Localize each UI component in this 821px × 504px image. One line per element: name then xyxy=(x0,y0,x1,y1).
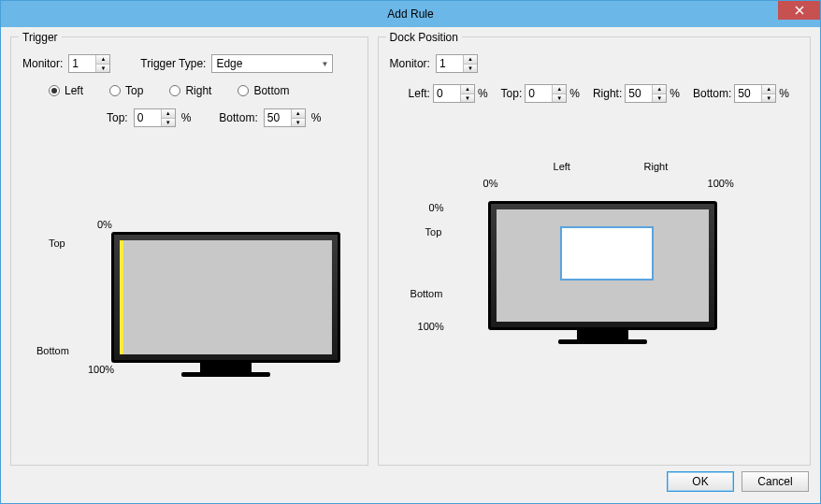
pct-label: % xyxy=(478,87,488,100)
spinner-up-icon[interactable]: ▲ xyxy=(464,55,477,65)
dock-bottom-input[interactable] xyxy=(735,85,761,102)
pct-label: % xyxy=(311,111,322,124)
dock-bottom-spinner[interactable]: ▲▼ xyxy=(734,84,776,103)
ok-button[interactable]: OK xyxy=(667,471,734,492)
radio-left[interactable]: Left xyxy=(49,84,83,97)
pct-label: % xyxy=(181,111,192,124)
window-title: Add Rule xyxy=(387,7,433,21)
trigger-monitor-label: Monitor: xyxy=(22,57,63,70)
dock-right-label: Right: xyxy=(593,87,622,100)
trigger-monitor-spinner[interactable]: ▲▼ xyxy=(68,54,110,73)
axis-0pct: 0% xyxy=(483,178,498,189)
dock-monitor-spinner[interactable]: ▲▼ xyxy=(436,54,478,73)
dock-right-input[interactable] xyxy=(626,85,652,102)
dock-right-spinner[interactable]: ▲▼ xyxy=(625,84,667,103)
trigger-monitor-input[interactable] xyxy=(69,55,95,72)
close-button[interactable] xyxy=(778,1,820,20)
spinner-down-icon[interactable]: ▼ xyxy=(553,94,566,103)
spinner-up-icon[interactable]: ▲ xyxy=(553,85,566,94)
dock-left-spinner[interactable]: ▲▼ xyxy=(433,84,475,103)
spinner-down-icon[interactable]: ▼ xyxy=(464,65,477,73)
trigger-type-select[interactable]: Edge ▼ xyxy=(211,54,333,73)
radio-icon xyxy=(238,85,249,96)
dock-monitor-input[interactable] xyxy=(437,55,463,72)
dock-group-title: Dock Position xyxy=(386,31,462,44)
edge-top-spinner[interactable]: ▲▼ xyxy=(134,108,176,127)
trigger-type-value: Edge xyxy=(216,57,242,70)
spinner-up-icon[interactable]: ▲ xyxy=(762,85,775,94)
edge-bottom-label: Bottom: xyxy=(219,111,257,124)
radio-top[interactable]: Top xyxy=(109,84,143,97)
spinner-down-icon[interactable]: ▼ xyxy=(653,94,666,103)
spinner-up-icon[interactable]: ▲ xyxy=(653,85,666,94)
dock-preview: 0% 100% Left Right 0% Top Bottom 100% xyxy=(390,122,799,454)
radio-bottom[interactable]: Bottom xyxy=(238,84,289,97)
axis-bottom: Bottom xyxy=(410,288,443,299)
axis-left: Left xyxy=(554,161,570,172)
axis-top: Top xyxy=(425,226,442,238)
axis-0pct: 0% xyxy=(97,219,112,230)
axis-100pct-v: 100% xyxy=(418,321,444,332)
cancel-button[interactable]: Cancel xyxy=(742,471,809,492)
spinner-up-icon[interactable]: ▲ xyxy=(461,85,474,94)
dock-group: Dock Position Monitor: ▲▼ Left: ▲▼ xyxy=(378,36,811,466)
dock-bottom-label: Bottom: xyxy=(693,87,731,100)
dock-top-input[interactable] xyxy=(526,85,552,102)
trigger-group-title: Trigger xyxy=(19,31,62,44)
dock-left-label: Left: xyxy=(409,87,430,100)
trigger-type-label: Trigger Type: xyxy=(140,57,206,70)
close-icon xyxy=(795,6,804,15)
radio-icon xyxy=(49,85,60,96)
axis-0pct-v: 0% xyxy=(429,202,444,213)
dock-region-indicator xyxy=(560,226,654,281)
axis-bottom: Bottom xyxy=(36,345,69,356)
spinner-up-icon[interactable]: ▲ xyxy=(162,109,175,119)
axis-100pct: 100% xyxy=(88,364,114,375)
spinner-down-icon[interactable]: ▼ xyxy=(461,94,474,103)
radio-icon xyxy=(169,85,180,96)
spinner-down-icon[interactable]: ▼ xyxy=(762,94,775,103)
edge-bottom-input[interactable] xyxy=(265,109,291,126)
spinner-down-icon[interactable]: ▼ xyxy=(96,65,109,73)
axis-top: Top xyxy=(49,238,65,249)
radio-icon xyxy=(109,85,121,96)
dock-top-spinner[interactable]: ▲▼ xyxy=(525,84,567,103)
pct-label: % xyxy=(569,87,580,100)
spinner-down-icon[interactable]: ▼ xyxy=(162,119,175,127)
trigger-group: Trigger Monitor: ▲▼ Trigger Type: Edge ▼ xyxy=(10,36,368,466)
spinner-down-icon[interactable]: ▼ xyxy=(292,119,305,127)
trigger-edge-indicator xyxy=(120,240,123,354)
axis-right: Right xyxy=(644,161,669,172)
client-area: Trigger Monitor: ▲▼ Trigger Type: Edge ▼ xyxy=(1,27,820,503)
spinner-up-icon[interactable]: ▲ xyxy=(96,55,109,65)
edge-top-input[interactable] xyxy=(135,109,161,126)
chevron-down-icon: ▼ xyxy=(321,60,328,68)
dock-monitor-label: Monitor: xyxy=(390,57,430,70)
edge-top-label: Top: xyxy=(107,111,128,124)
radio-right[interactable]: Right xyxy=(169,84,211,97)
axis-100pct: 100% xyxy=(708,178,734,189)
add-rule-dialog: Add Rule Trigger Monitor: ▲▼ Trigger Typ… xyxy=(0,0,821,504)
pct-label: % xyxy=(779,87,789,100)
dock-left-input[interactable] xyxy=(434,85,460,102)
trigger-preview: 0% Top Bottom 100% xyxy=(22,144,356,454)
spinner-up-icon[interactable]: ▲ xyxy=(292,109,305,119)
titlebar: Add Rule xyxy=(1,1,820,27)
dock-top-label: Top: xyxy=(501,87,523,100)
edge-bottom-spinner[interactable]: ▲▼ xyxy=(264,108,306,127)
pct-label: % xyxy=(670,87,680,100)
